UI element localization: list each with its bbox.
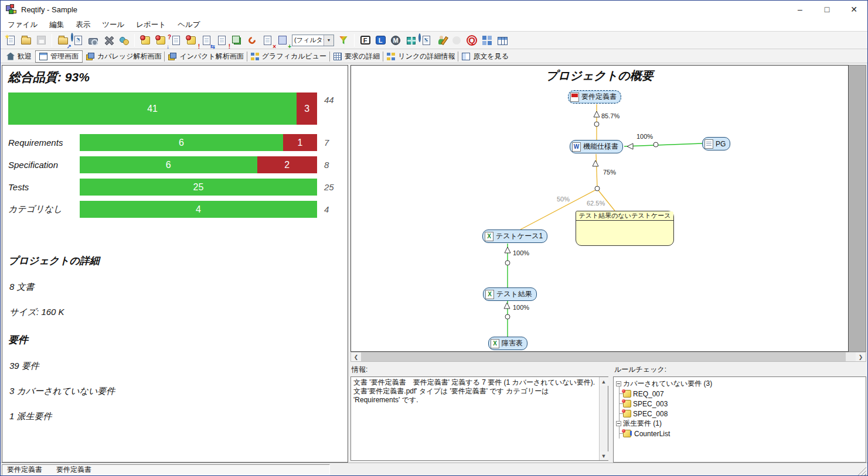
collapse-icon[interactable]: [616, 421, 621, 426]
text-file-icon: [704, 139, 713, 149]
tree-group-uncovered[interactable]: カバーされていない要件 (3): [615, 379, 864, 389]
letter-l-icon: L: [376, 36, 386, 44]
vertical-scrollbar[interactable]: [849, 65, 866, 352]
maximize-button[interactable]: □: [813, 1, 840, 18]
requirement-note-button[interactable]: [138, 33, 152, 47]
collapse-icon[interactable]: [616, 381, 621, 386]
node-pg[interactable]: PG: [702, 137, 730, 150]
filter-f-button[interactable]: F: [358, 33, 372, 47]
tools-button[interactable]: [101, 33, 115, 47]
tab-link-details[interactable]: リンクの詳細情報: [383, 50, 458, 63]
node-functional-spec[interactable]: W機能仕様書: [570, 140, 623, 153]
delete-document-button[interactable]: ×: [260, 33, 274, 47]
filter-l-button[interactable]: L: [373, 33, 387, 47]
node-defect-table[interactable]: X障害表: [488, 337, 527, 350]
question-document-button[interactable]: ?: [169, 33, 183, 47]
pdf-icon: [570, 93, 579, 102]
tree-group-derived[interactable]: 派生要件 (1): [615, 419, 864, 429]
undo-arrow-button[interactable]: [245, 33, 259, 47]
tools-icon: [104, 36, 113, 44]
scrollbar-thumb[interactable]: [361, 352, 846, 361]
quality-total-bar: 41 3: [8, 93, 317, 125]
tree-item[interactable]: SPEC_003: [615, 399, 864, 409]
table-export-button[interactable]: [495, 33, 509, 47]
copy-view-button[interactable]: [230, 33, 244, 47]
grid-blocks-icon: [482, 36, 492, 45]
document-count: 8 文書: [9, 282, 342, 293]
document-link-button[interactable]: ⇆: [199, 33, 213, 47]
title-bar: Reqtify - Sample – □ ✕: [1, 1, 867, 18]
tree-item[interactable]: CounterList: [615, 429, 864, 439]
node-testcase1[interactable]: Xテストケース1: [482, 230, 547, 243]
note-warning-button[interactable]: !: [184, 33, 198, 47]
table-icon: [333, 53, 342, 60]
word-icon: W: [572, 142, 581, 152]
grid-view-button[interactable]: [480, 33, 494, 47]
package-button[interactable]: [404, 33, 418, 47]
package-icon: [407, 37, 416, 44]
tab-impact-analysis[interactable]: インパクト解析画面: [165, 50, 247, 63]
quality-row-requirements: Requirements 6 1 7: [8, 134, 342, 151]
export-folder-button[interactable]: ↗: [56, 33, 70, 47]
excel-icon: X: [491, 339, 499, 348]
tab-coverage-analysis[interactable]: カバレッジ解析画面: [83, 50, 165, 63]
menu-edit[interactable]: 編集: [43, 19, 70, 31]
scroll-right-icon[interactable]: ❯: [856, 352, 866, 361]
menu-report[interactable]: レポート: [130, 19, 172, 31]
query-button[interactable]: Q: [465, 33, 479, 47]
filter-gradient-button[interactable]: [336, 33, 350, 47]
open-project-button[interactable]: [19, 33, 33, 47]
menu-file[interactable]: ファイル: [2, 19, 43, 31]
chevron-down-icon[interactable]: ▼: [324, 35, 333, 46]
filter-m-button[interactable]: M: [389, 33, 403, 47]
total-count: 7: [317, 138, 342, 148]
menu-help[interactable]: ヘルプ: [172, 19, 206, 31]
close-button[interactable]: ✕: [840, 1, 867, 18]
tab-welcome[interactable]: 歓迎: [3, 50, 35, 63]
menu-view[interactable]: 表示: [70, 19, 96, 31]
scroll-left-icon[interactable]: ❮: [351, 352, 361, 361]
window-icon: [39, 53, 47, 60]
tab-view-source[interactable]: 原文を見る: [458, 50, 512, 63]
tab-requirement-details[interactable]: 要求の詳細: [330, 50, 383, 63]
requirements-title: 要件: [8, 333, 342, 347]
node-test-results[interactable]: Xテスト結果: [483, 287, 537, 301]
magnifier-icon: [71, 33, 73, 42]
add-view-button[interactable]: +: [275, 33, 290, 47]
category-label: Specification: [8, 160, 80, 170]
resize-grip-icon[interactable]: [857, 467, 866, 475]
tree-item[interactable]: SPEC_008: [615, 409, 864, 419]
scroll-up-icon[interactable]: ▲: [600, 377, 608, 386]
node-tests-without-results[interactable]: テスト結果のないテストケース: [576, 211, 674, 246]
tree-item[interactable]: REQ_007: [615, 389, 864, 399]
new-document-button[interactable]: [4, 33, 18, 47]
node-requirements-doc[interactable]: 要件定義書: [568, 90, 621, 104]
preview-document-button[interactable]: [71, 33, 85, 47]
document-warning-button[interactable]: !: [215, 33, 229, 47]
horizontal-scrollbar[interactable]: ❮ ❯: [350, 352, 866, 362]
view-tabs: 歓迎 管理画面 カバレッジ解析画面 インパクト解析画面 グラフィカルビュー 要求…: [1, 49, 867, 63]
scroll-down-icon[interactable]: ▼: [600, 451, 608, 460]
filter-select[interactable]: (フィルターなし) ▼: [292, 35, 334, 46]
status-field: 要件定義書 要件定義書: [2, 464, 330, 475]
total-count: 8: [317, 160, 342, 170]
quality-row-no-category: カテゴリなし 4 4: [8, 201, 342, 218]
tab-graphical-view[interactable]: グラフィカルビュー: [247, 50, 330, 63]
grid-blocks-icon: [387, 53, 395, 60]
home-icon: [6, 53, 15, 60]
edit-user-button[interactable]: [434, 33, 448, 47]
minimize-button[interactable]: –: [787, 1, 813, 18]
search-document-button[interactable]: [419, 33, 433, 47]
link-requirement-button[interactable]: ↓: [154, 33, 168, 47]
quality-panel: 総合品質: 93% 41 3 44 Requirements 6 1 7 Spe…: [2, 65, 348, 463]
user-pencil-icon: [438, 39, 444, 44]
edge-coverage-label: 85.7%: [601, 112, 619, 119]
menu-tools[interactable]: ツール: [96, 19, 130, 31]
open-folder-icon: [21, 37, 31, 44]
project-details-title: プロジェクトの詳細: [8, 254, 342, 268]
users-button[interactable]: [117, 33, 131, 47]
capture-button[interactable]: [86, 33, 100, 47]
tab-management[interactable]: 管理画面: [35, 50, 83, 63]
info-scrollbar[interactable]: ▲ ▼: [599, 377, 608, 460]
letter-f-icon: F: [360, 36, 370, 44]
